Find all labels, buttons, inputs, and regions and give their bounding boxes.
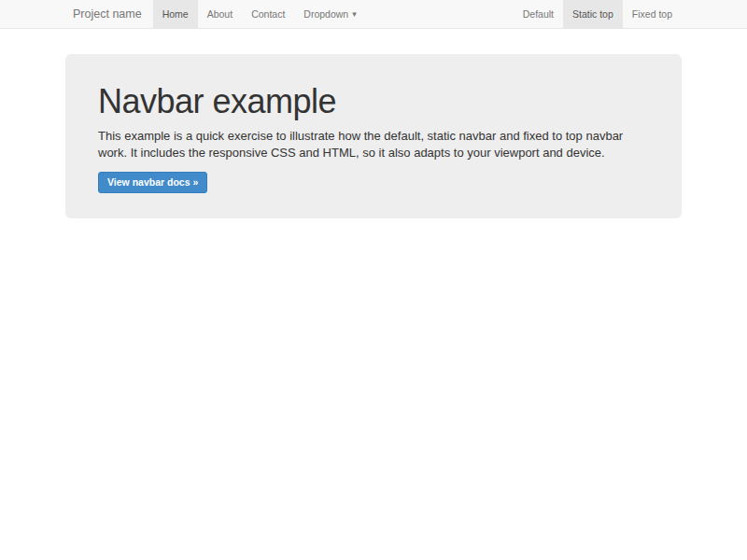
page-title: Navbar example: [98, 84, 649, 119]
nav-item-about[interactable]: About: [198, 0, 242, 28]
jumbotron: Navbar example This example is a quick e…: [65, 54, 682, 218]
nav-item-dropdown-label: Dropdown: [303, 0, 348, 28]
view-navbar-docs-button[interactable]: View navbar docs »: [98, 172, 207, 193]
nav-item-static-top[interactable]: Static top: [563, 0, 623, 28]
navbar: Project name Home About Contact Dropdown…: [0, 0, 747, 29]
main-container: Navbar example This example is a quick e…: [65, 54, 682, 218]
nav-item-contact[interactable]: Contact: [242, 0, 294, 28]
navbar-brand[interactable]: Project name: [65, 0, 153, 28]
navbar-container: Project name Home About Contact Dropdown…: [65, 0, 682, 28]
navbar-left-nav: Home About Contact Dropdown ▾: [153, 0, 366, 28]
nav-item-fixed-top[interactable]: Fixed top: [623, 0, 682, 28]
caret-down-icon: ▾: [352, 0, 357, 28]
nav-item-default[interactable]: Default: [514, 0, 563, 28]
navbar-right-nav: Default Static top Fixed top: [514, 0, 682, 28]
nav-item-dropdown[interactable]: Dropdown ▾: [294, 0, 365, 28]
jumbotron-description: This example is a quick exercise to illu…: [98, 128, 644, 161]
nav-item-home[interactable]: Home: [153, 0, 198, 28]
